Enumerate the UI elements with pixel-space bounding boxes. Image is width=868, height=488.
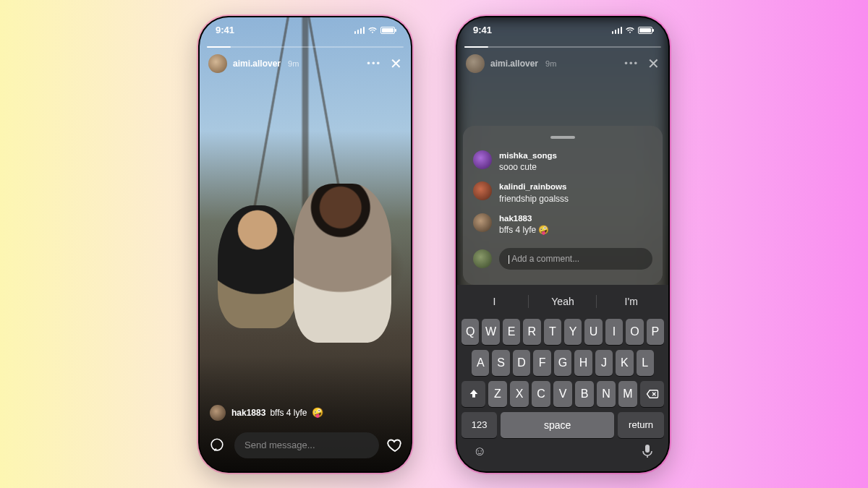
send-placeholder: Send message... <box>244 440 315 450</box>
pinned-emoji: 🤪 <box>312 407 323 418</box>
key[interactable]: X <box>510 381 529 407</box>
shift-key[interactable] <box>461 381 485 407</box>
return-key[interactable]: return <box>618 412 664 438</box>
self-avatar <box>473 249 492 268</box>
svg-point-0 <box>211 439 223 450</box>
key[interactable]: Y <box>564 319 582 345</box>
send-message-input[interactable]: Send message... <box>234 432 379 458</box>
more-icon[interactable]: ••• <box>367 58 381 69</box>
pinned-body: bffs 4 lyfe <box>270 408 307 418</box>
key[interactable]: L <box>637 350 654 376</box>
mic-icon[interactable] <box>642 444 652 459</box>
key-row: 123 space return <box>460 412 665 438</box>
backspace-key[interactable] <box>640 381 664 407</box>
wifi-icon <box>367 27 378 34</box>
add-comment-input[interactable]: | Add a comment... <box>499 248 652 270</box>
like-icon[interactable] <box>386 437 404 454</box>
key-row: A S D F G H J K L <box>460 350 665 376</box>
phone-right: 9:41 aimi.allover 9m ••• ✕ mishka_songs <box>456 16 670 473</box>
battery-icon <box>380 27 395 34</box>
more-icon[interactable]: ••• <box>624 58 639 69</box>
numbers-key[interactable]: 123 <box>461 412 497 438</box>
key-row: Z X C V B N M <box>460 381 665 407</box>
key[interactable]: E <box>503 319 520 345</box>
status-right <box>354 27 396 34</box>
pinned-comment[interactable]: hak1883 bffs 4 lyfe 🤪 <box>210 405 323 421</box>
story-age: 9m <box>545 59 556 68</box>
author-username[interactable]: aimi.allover <box>233 59 281 69</box>
key[interactable]: I <box>605 319 623 345</box>
phone-left: 9:41 aimi.allover 9m ••• ✕ hak1883 bffs … <box>198 16 412 473</box>
key[interactable]: U <box>584 319 602 345</box>
key[interactable]: H <box>574 350 592 376</box>
author-avatar[interactable] <box>466 54 485 73</box>
wifi-icon <box>625 27 635 34</box>
pinned-user: hak1883 <box>231 408 265 418</box>
key[interactable]: R <box>523 319 540 345</box>
story-progress <box>464 46 661 48</box>
suggestion[interactable]: Yeah <box>529 289 597 314</box>
screen-left: 9:41 aimi.allover 9m ••• ✕ hak1883 bffs … <box>200 17 411 471</box>
author-username[interactable]: aimi.allover <box>490 59 538 69</box>
suggestion[interactable]: I <box>460 289 529 314</box>
key[interactable]: B <box>575 381 594 407</box>
add-comment-placeholder: Add a comment... <box>511 254 579 264</box>
key-row: Q W E R T Y U I O P <box>460 319 665 345</box>
suggestion-row: I Yeah I'm <box>460 289 665 314</box>
key[interactable]: J <box>595 350 613 376</box>
status-time: 9:41 <box>216 25 234 35</box>
story-person-right <box>294 184 391 343</box>
key[interactable]: P <box>647 319 664 345</box>
comment-row[interactable]: mishka_songs sooo cute <box>473 150 652 174</box>
key[interactable]: F <box>533 350 550 376</box>
comment-row[interactable]: kalindi_rainbows friendship goalsss <box>473 181 652 205</box>
key[interactable]: Z <box>488 381 507 407</box>
comment-text: friendship goalsss <box>499 194 569 204</box>
key[interactable]: W <box>482 319 499 345</box>
key[interactable]: Q <box>461 319 479 345</box>
add-comment-row: | Add a comment... <box>473 248 652 270</box>
story-age: 9m <box>288 59 299 68</box>
key[interactable]: S <box>492 350 509 376</box>
comment-text: sooo cute <box>499 162 537 172</box>
key[interactable]: N <box>597 381 616 407</box>
key[interactable]: O <box>626 319 643 345</box>
comment-user: kalindi_rainbows <box>499 181 569 193</box>
key[interactable]: D <box>513 350 530 376</box>
svg-rect-1 <box>645 445 650 453</box>
emoji-key-icon[interactable]: ☺ <box>473 444 486 459</box>
chat-icon[interactable] <box>207 435 227 455</box>
key[interactable]: K <box>616 350 633 376</box>
comments-sheet[interactable]: mishka_songs sooo cute kalindi_rainbows … <box>463 126 663 285</box>
key[interactable]: M <box>618 381 637 407</box>
key[interactable]: A <box>472 350 489 376</box>
battery-icon <box>638 27 652 34</box>
keyboard[interactable]: I Yeah I'm Q W E R T Y U I O P A S D F <box>457 285 668 471</box>
suggestion[interactable]: I'm <box>597 289 665 314</box>
comment-user: mishka_songs <box>499 150 557 162</box>
status-right <box>612 27 653 34</box>
story-progress <box>207 46 404 48</box>
story-person-left <box>218 205 297 328</box>
comment-avatar <box>473 181 492 200</box>
story-header-dimmed: aimi.allover 9m ••• ✕ <box>466 53 660 74</box>
story-header: aimi.allover 9m ••• ✕ <box>208 53 402 74</box>
author-avatar[interactable] <box>208 54 227 73</box>
status-bar: 9:41 <box>457 17 668 43</box>
close-icon[interactable]: ✕ <box>390 56 402 71</box>
key[interactable]: G <box>554 350 571 376</box>
comment-avatar <box>473 150 492 169</box>
screen-right: 9:41 aimi.allover 9m ••• ✕ mishka_songs <box>457 17 668 471</box>
space-key[interactable]: space <box>501 412 614 438</box>
story-photo[interactable] <box>200 17 411 471</box>
comment-avatar <box>473 213 492 232</box>
close-icon[interactable]: ✕ <box>647 56 660 71</box>
key[interactable]: C <box>532 381 550 407</box>
comment-text: bffs 4 lyfe 🤪 <box>499 225 549 235</box>
comment-user: hak1883 <box>499 213 549 225</box>
keyboard-footer: ☺ <box>460 438 665 461</box>
comment-row[interactable]: hak1883 bffs 4 lyfe 🤪 <box>473 213 652 236</box>
sheet-grabber[interactable] <box>550 136 575 139</box>
key[interactable]: V <box>553 381 572 407</box>
key[interactable]: T <box>544 319 561 345</box>
